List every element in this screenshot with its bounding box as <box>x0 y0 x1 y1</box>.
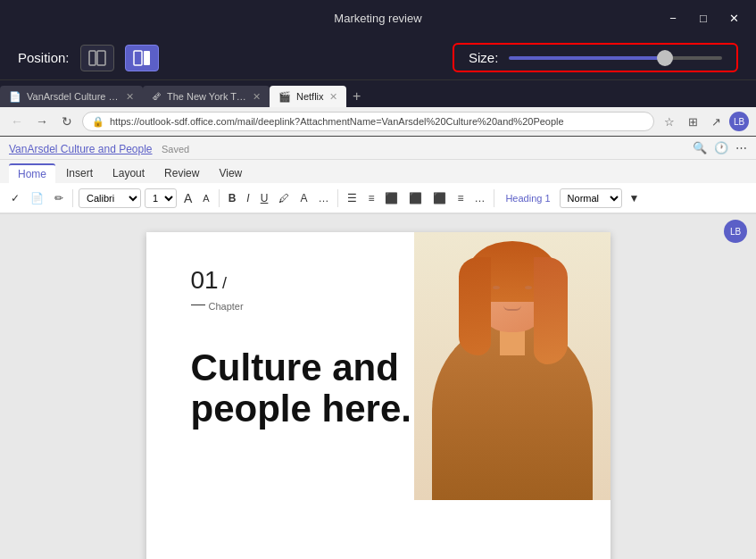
tab-2-label: The New York Times <box>167 91 247 102</box>
ribbon-tools: ✓ 📄 ✏ Calibri 11 A A B I U 🖊 A … <box>0 183 756 213</box>
sidebar-right-icon <box>133 50 151 66</box>
save-button[interactable]: 📄 <box>27 188 47 209</box>
browser-tab-2[interactable]: 🗞 The New York Times ✕ <box>143 86 270 107</box>
window-title: Marketing review <box>334 12 421 25</box>
doc-person-image <box>414 232 611 559</box>
undo-button[interactable]: ✓ <box>7 188 23 209</box>
doc-area: LB 01 / Chapter Culture <box>0 214 756 559</box>
heading1-button[interactable]: Heading 1 <box>500 188 555 209</box>
close-button[interactable]: ✕ <box>722 9 745 27</box>
doc-page: 01 / Chapter Culture and people here. <box>146 232 611 559</box>
doc-saved-label: Saved <box>162 144 189 154</box>
position-right-button[interactable] <box>125 45 159 71</box>
nav-bar: ← → ↻ 🔒 https://outlook-sdf.office.com/m… <box>0 107 756 136</box>
more-para-button[interactable]: … <box>470 188 488 209</box>
align-center-button[interactable]: ⬛ <box>405 188 426 209</box>
position-left-button[interactable] <box>80 45 114 71</box>
doc-text-line2: people here. <box>191 388 411 430</box>
tab-bar: 📄 VanArsdel Culture and peo... ✕ 🗞 The N… <box>0 80 756 107</box>
star-button[interactable]: ☆ <box>660 112 679 131</box>
align-right-button[interactable]: ⬛ <box>429 188 450 209</box>
chapter-num: 01 <box>191 266 219 294</box>
word-app: VanArsdel Culture and People Saved 🔍 🕐 ⋯… <box>0 137 756 559</box>
address-text: https://outlook-sdf.office.com/mail/deep… <box>110 116 564 127</box>
chapter-slash: / <box>222 274 227 292</box>
ribbon-tab-insert[interactable]: Insert <box>57 163 102 183</box>
refresh-button[interactable]: ↻ <box>57 112 77 131</box>
browser-container: 📄 VanArsdel Culture and peo... ✕ 🗞 The N… <box>0 80 756 559</box>
collections-button[interactable]: ⊞ <box>683 112 702 131</box>
font-shrink-button[interactable]: A <box>199 188 212 209</box>
highlight-button[interactable]: 🖊 <box>275 188 293 209</box>
edit-button[interactable]: ✏ <box>51 188 67 209</box>
address-bar[interactable]: 🔒 https://outlook-sdf.office.com/mail/de… <box>82 112 654 131</box>
share-button[interactable]: ↗ <box>706 112 726 131</box>
word-nav-right: 🔍 🕐 ⋯ <box>693 141 747 154</box>
ribbon-tab-review[interactable]: Review <box>155 163 208 183</box>
doc-name: VanArsdel Culture and People <box>9 143 153 155</box>
minimize-button[interactable]: − <box>661 9 685 27</box>
size-label: Size: <box>469 50 498 65</box>
lock-icon: 🔒 <box>92 116 104 128</box>
nav-actions: ☆ ⊞ ↗ LB <box>660 112 749 131</box>
maximize-button[interactable]: □ <box>692 9 715 27</box>
color-button[interactable]: A <box>296 188 311 209</box>
separator-2 <box>219 189 220 207</box>
forward-button[interactable]: → <box>32 112 52 131</box>
indent-button[interactable]: ≡ <box>453 188 467 209</box>
word-title-bar: VanArsdel Culture and People Saved 🔍 🕐 ⋯ <box>0 137 756 160</box>
tab-3-label: Netflix <box>296 91 324 102</box>
underline-button[interactable]: U <box>257 188 272 209</box>
doc-main-text: Culture and people here. <box>191 347 423 430</box>
position-section: Position: <box>18 45 159 71</box>
user-avatar[interactable]: LB <box>729 112 749 131</box>
size-section: Size: <box>453 43 738 72</box>
back-button[interactable]: ← <box>7 112 27 131</box>
toolbar: Position: Size: <box>0 36 756 80</box>
list-button[interactable]: ☰ <box>344 188 361 209</box>
browser-tab-1[interactable]: 📄 VanArsdel Culture and peo... ✕ <box>0 86 143 107</box>
doc-user-avatar: LB <box>724 220 747 243</box>
font-grow-button[interactable]: A <box>180 188 195 209</box>
ribbon-tab-view[interactable]: View <box>210 163 251 183</box>
browser-tab-3[interactable]: 🎬 Netflix ✕ <box>270 86 346 107</box>
sidebar-left-icon <box>88 50 106 66</box>
list2-button[interactable]: ≡ <box>364 188 378 209</box>
font-size-select[interactable]: 11 <box>145 188 177 208</box>
separator-3 <box>337 189 338 207</box>
svg-rect-0 <box>89 51 96 65</box>
svg-rect-3 <box>144 51 150 65</box>
style-expand[interactable]: ▼ <box>626 188 644 209</box>
align-left-button[interactable]: ⬛ <box>381 188 402 209</box>
doc-text-line1: Culture and <box>191 346 399 388</box>
tab-1-label: VanArsdel Culture and peo... <box>27 91 120 102</box>
font-family-select[interactable]: Calibri <box>79 188 141 208</box>
size-slider[interactable] <box>509 56 722 60</box>
ribbon-tab-layout[interactable]: Layout <box>104 163 154 183</box>
doc-title-area: VanArsdel Culture and People Saved <box>9 140 189 156</box>
word-ribbon: Home Insert Layout Review View ✓ 📄 ✏ Cal… <box>0 160 756 214</box>
italic-button[interactable]: I <box>243 188 253 209</box>
svg-rect-1 <box>97 51 105 65</box>
title-bar: Marketing review − □ ✕ <box>0 0 756 36</box>
svg-rect-2 <box>134 51 142 65</box>
window-controls: − □ ✕ <box>661 9 745 27</box>
history-button[interactable]: 🕐 <box>714 141 728 154</box>
bold-button[interactable]: B <box>225 188 240 209</box>
separator-4 <box>494 189 494 207</box>
more-button[interactable]: ⋯ <box>735 141 747 154</box>
position-label: Position: <box>18 50 70 65</box>
browser-chrome: 📄 VanArsdel Culture and peo... ✕ 🗞 The N… <box>0 80 756 137</box>
tab-2-close[interactable]: ✕ <box>253 91 261 103</box>
ribbon-tabs: Home Insert Layout Review View <box>0 160 756 183</box>
new-tab-button[interactable]: + <box>346 86 368 107</box>
chapter-label: Chapter <box>209 301 244 312</box>
ribbon-tab-home[interactable]: Home <box>9 163 55 183</box>
search-button[interactable]: 🔍 <box>693 141 707 154</box>
more-format-button[interactable]: … <box>314 188 332 209</box>
tab-1-close[interactable]: ✕ <box>126 91 134 103</box>
tab-3-close[interactable]: ✕ <box>329 91 337 103</box>
separator-1 <box>72 189 73 207</box>
style-select[interactable]: Normal <box>560 188 622 208</box>
